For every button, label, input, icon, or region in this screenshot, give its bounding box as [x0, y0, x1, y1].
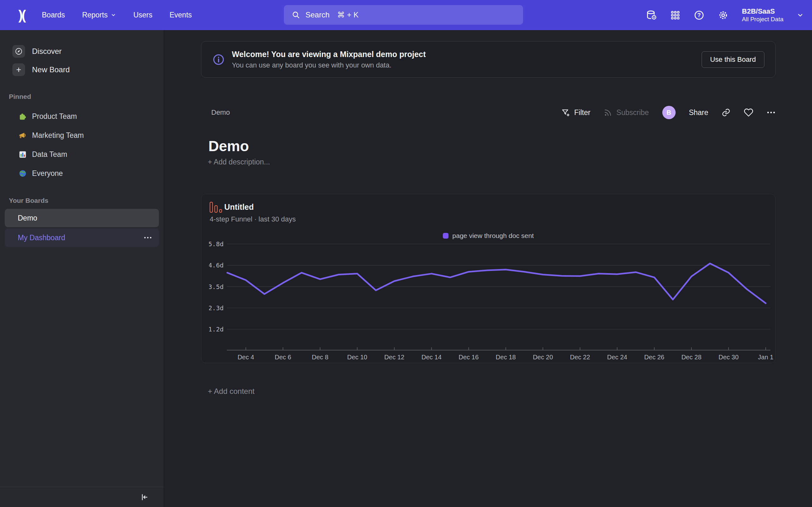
- mixpanel-app: )( Boards Reports Users Events Search ⌘ …: [0, 0, 812, 507]
- discover-label: Discover: [32, 47, 61, 56]
- top-nav: )( Boards Reports Users Events Search ⌘ …: [0, 0, 812, 30]
- funnel-trend-chart[interactable]: 5.8d4.6d3.5d2.3d1.2dDec 4Dec 6Dec 8Dec 1…: [209, 239, 777, 363]
- apps-grid-icon[interactable]: [670, 10, 680, 20]
- banner-subtitle: You can use any board you see with your …: [232, 61, 426, 69]
- more-options-button[interactable]: [767, 111, 775, 114]
- link-icon: [722, 108, 730, 117]
- sidebar-item-discover[interactable]: Discover: [0, 42, 164, 60]
- pinned-label: Data Team: [32, 150, 67, 159]
- heart-icon: [744, 108, 753, 117]
- svg-text:1.2d: 1.2d: [209, 326, 223, 333]
- search-input[interactable]: Search ⌘ + K: [284, 5, 523, 25]
- project-selector[interactable]: B2B/SaaS All Project Data: [742, 7, 783, 23]
- avatar[interactable]: B: [662, 106, 676, 119]
- pinned-section-label: Pinned: [9, 93, 164, 101]
- banner-title: Welcome! You are viewing a Mixpanel demo…: [232, 50, 426, 59]
- plus-icon: +: [12, 63, 25, 76]
- board-label: My Dashboard: [18, 233, 65, 242]
- sidebar-board-my-dashboard[interactable]: My Dashboard: [5, 228, 159, 247]
- nav-events[interactable]: Events: [169, 11, 192, 19]
- project-chevron-down-icon[interactable]: [797, 12, 804, 19]
- svg-text:3.5d: 3.5d: [209, 283, 223, 291]
- report-card[interactable]: Untitled 4-step Funnel · last 30 days pa…: [201, 194, 775, 363]
- add-description-button[interactable]: + Add description...: [208, 158, 270, 166]
- help-icon[interactable]: ?: [694, 10, 705, 20]
- svg-text:Dec 4: Dec 4: [238, 354, 254, 360]
- add-content-button[interactable]: + Add content: [208, 387, 254, 396]
- sidebar: Discover + New Board Pinned Product Team…: [0, 30, 164, 507]
- project-name: B2B/SaaS: [742, 7, 783, 16]
- subscribe-button[interactable]: Subscribe: [604, 108, 649, 117]
- page-title: Demo: [208, 137, 249, 155]
- sidebar-item-product-team[interactable]: Product Team: [0, 107, 164, 126]
- pinned-label: Everyone: [32, 169, 63, 178]
- svg-text:Jan 1: Jan 1: [758, 354, 774, 360]
- sidebar-board-demo[interactable]: Demo: [5, 209, 159, 227]
- svg-text:Dec 20: Dec 20: [533, 354, 553, 360]
- chevron-down-icon: [111, 12, 116, 18]
- legend-swatch: [443, 233, 449, 239]
- info-icon: [212, 53, 225, 66]
- svg-text:Dec 10: Dec 10: [347, 354, 367, 360]
- settings-gear-icon[interactable]: [718, 10, 728, 20]
- copy-link-button[interactable]: [722, 108, 730, 117]
- sidebar-item-everyone[interactable]: Everyone: [0, 164, 164, 183]
- collapse-sidebar-icon[interactable]: [140, 493, 148, 502]
- bar-chart-icon: [18, 150, 27, 159]
- search-icon: [292, 10, 300, 19]
- svg-text:Dec 14: Dec 14: [421, 354, 442, 360]
- sidebar-item-marketing-team[interactable]: Marketing Team: [0, 126, 164, 145]
- share-button[interactable]: Share: [689, 108, 708, 117]
- mixpanel-logo-icon[interactable]: )(: [12, 8, 31, 23]
- board-toolbar: Demo Filter Subscribe: [211, 106, 775, 119]
- your-boards-list: Demo My Dashboard: [0, 209, 164, 247]
- filter-button[interactable]: Filter: [561, 108, 590, 117]
- your-boards-section-label: Your Boards: [9, 197, 164, 205]
- svg-text:Dec 8: Dec 8: [312, 354, 328, 360]
- nav-boards[interactable]: Boards: [42, 11, 65, 19]
- top-nav-right: ? B2B/SaaS All Project Data: [646, 0, 804, 30]
- megaphone-icon: [18, 131, 27, 140]
- svg-text:Dec 28: Dec 28: [681, 354, 701, 360]
- report-subtitle: 4-step Funnel · last 30 days: [210, 215, 296, 223]
- svg-text:?: ?: [698, 12, 701, 18]
- sidebar-footer: [0, 487, 164, 507]
- search-shortcut: ⌘ + K: [337, 10, 358, 19]
- svg-text:Dec 24: Dec 24: [607, 354, 627, 360]
- sidebar-item-data-team[interactable]: Data Team: [0, 145, 164, 164]
- funnel-report-icon: [210, 201, 222, 213]
- svg-text:Dec 22: Dec 22: [570, 354, 590, 360]
- puzzle-icon: [18, 112, 27, 121]
- svg-text:Dec 12: Dec 12: [385, 354, 404, 360]
- svg-text:5.8d: 5.8d: [209, 240, 223, 248]
- demo-project-banner: Welcome! You are viewing a Mixpanel demo…: [201, 41, 775, 78]
- svg-text:4.6d: 4.6d: [209, 262, 223, 269]
- favorite-button[interactable]: [744, 108, 753, 117]
- use-this-board-button[interactable]: Use this Board: [702, 51, 764, 68]
- breadcrumb[interactable]: Demo: [211, 108, 230, 117]
- board-label: Demo: [18, 214, 37, 222]
- board-more-icon[interactable]: [144, 236, 152, 239]
- search-placeholder: Search: [305, 10, 329, 19]
- pinned-label: Marketing Team: [32, 131, 84, 140]
- filter-funnel-icon: [561, 108, 570, 117]
- compass-icon: [12, 45, 25, 58]
- rss-icon: [604, 108, 612, 117]
- project-scope: All Project Data: [742, 15, 783, 23]
- pinned-list: Product Team Marketing Team Data Team Ev…: [0, 107, 164, 183]
- svg-text:Dec 30: Dec 30: [718, 354, 739, 360]
- svg-text:Dec 18: Dec 18: [496, 354, 516, 360]
- data-management-icon[interactable]: [646, 10, 657, 20]
- ellipsis-icon: [767, 111, 775, 114]
- main-content: Welcome! You are viewing a Mixpanel demo…: [164, 30, 812, 507]
- report-title[interactable]: Untitled: [224, 203, 254, 212]
- new-board-label: New Board: [32, 65, 70, 74]
- sidebar-item-new-board[interactable]: + New Board: [0, 60, 164, 79]
- svg-text:Dec 26: Dec 26: [644, 354, 664, 360]
- pinned-label: Product Team: [32, 112, 77, 121]
- nav-reports[interactable]: Reports: [82, 11, 116, 19]
- nav-users[interactable]: Users: [133, 11, 152, 19]
- svg-text:Dec 6: Dec 6: [275, 354, 291, 360]
- svg-text:Dec 16: Dec 16: [459, 354, 478, 360]
- primary-nav: Boards Reports Users Events: [42, 11, 192, 19]
